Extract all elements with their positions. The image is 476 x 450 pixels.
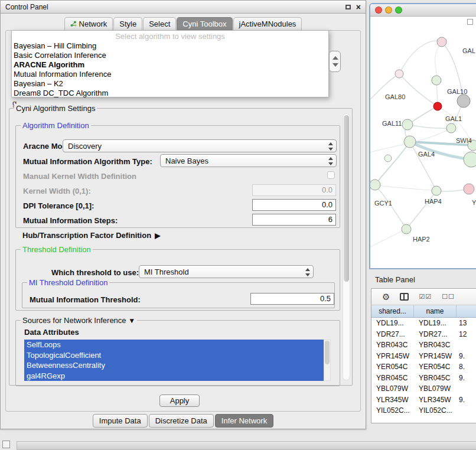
network-edge xyxy=(370,229,406,247)
bottom-left-panel-icon[interactable] xyxy=(2,441,10,448)
network-node[interactable] xyxy=(433,102,442,110)
algorithm-option-bayesian-k2[interactable]: Bayesian – K2 xyxy=(12,79,328,89)
float-window-icon[interactable] xyxy=(345,5,351,9)
network-window-titlebar xyxy=(370,4,476,17)
expand-right-icon: ▶ xyxy=(155,231,160,240)
tab-cyni-toolbox[interactable]: Cyni Toolbox xyxy=(177,17,232,31)
dpi-tolerance-field[interactable]: 0.0 xyxy=(252,199,336,211)
data-attribute-item[interactable]: SelfLoops xyxy=(24,340,324,350)
mi-threshold-field[interactable]: 0.5 xyxy=(250,293,334,305)
which-threshold-value: MI Threshold xyxy=(144,268,189,276)
tab-label: Style xyxy=(119,19,136,28)
network-node[interactable] xyxy=(464,184,474,194)
tab-network[interactable]: Network xyxy=(64,17,113,31)
settings-scrollbar[interactable] xyxy=(343,113,350,380)
mi-steps-field[interactable]: 6 xyxy=(252,214,336,226)
table-row[interactable]: YDR27...YDR27...12 xyxy=(371,329,476,340)
apply-button[interactable]: Apply xyxy=(159,394,200,407)
network-node[interactable] xyxy=(402,119,413,130)
node-label: GAL1 xyxy=(445,115,462,122)
node-label: SWI4 xyxy=(456,137,472,144)
collapse-down-icon: ▼ xyxy=(128,317,135,325)
mi-type-value: Naive Bayes xyxy=(165,156,208,165)
network-node[interactable] xyxy=(404,136,416,148)
minimize-traffic-light[interactable] xyxy=(385,6,392,14)
table-row[interactable]: YIL052C...YIL052C... xyxy=(371,405,476,416)
manual-kernel-label: Manual Kernel Width Definition xyxy=(23,172,136,181)
mi-type-combo[interactable]: Naive Bayes xyxy=(160,154,337,167)
data-attribute-item[interactable]: gal4RGexp xyxy=(24,371,324,381)
network-node[interactable] xyxy=(402,224,411,234)
network-node[interactable] xyxy=(395,70,403,78)
table-cell: 9. xyxy=(457,352,476,360)
algorithm-option-basic-correlation-inference[interactable]: Basic Correlation Inference xyxy=(12,51,328,60)
algorithm-option-mutual-information-inference[interactable]: Mutual Information Inference xyxy=(12,70,328,79)
network-node[interactable] xyxy=(464,152,476,167)
network-node[interactable] xyxy=(432,186,441,195)
window-title: Control Panel xyxy=(5,3,345,11)
table-row[interactable]: YER054CYER054C8. xyxy=(371,361,476,373)
tab-style[interactable]: Style xyxy=(113,17,142,31)
column-header[interactable]: shared... xyxy=(371,305,414,317)
tab-select[interactable]: Select xyxy=(143,17,176,31)
hub-factor-expander[interactable]: Hub/Transcription Factor Definition ▶ xyxy=(22,231,160,240)
table-row[interactable]: YBR043CYBR043C xyxy=(371,340,476,351)
table-row[interactable]: YBR045CYBR045C9. xyxy=(371,373,476,384)
network-node[interactable] xyxy=(446,123,456,133)
sources-group-title[interactable]: Sources for Network Inference ▼ xyxy=(21,316,137,325)
data-attribute-item[interactable]: BetweennessCentrality xyxy=(24,360,324,371)
cyni-algorithm-settings-group: Cyni Algorithm Settings Algorithm Defini… xyxy=(9,108,353,386)
combo-arrows-icon xyxy=(305,268,310,276)
which-threshold-combo[interactable]: MI Threshold xyxy=(139,265,314,278)
column-header[interactable] xyxy=(457,305,476,317)
algorithm-option-aracne-algorithm[interactable]: ARACNE Algorithm xyxy=(12,60,328,70)
scrollbar-thumb[interactable] xyxy=(344,115,349,282)
algorithm-option-bayesian-hill-climbing[interactable]: Bayesian – Hill Climbing xyxy=(12,41,328,51)
table-cell: 12 xyxy=(457,330,476,338)
network-node[interactable] xyxy=(432,76,441,85)
table-cell: YIL052C... xyxy=(371,406,414,415)
bottom-tab-infer-network[interactable]: Infer Network xyxy=(215,414,273,428)
data-attribute-item[interactable]: TopologicalCoefficient xyxy=(24,350,324,361)
bottom-tab-impute-data[interactable]: Impute Data xyxy=(93,414,148,428)
combo-arrows-icon xyxy=(328,157,333,165)
network-node[interactable] xyxy=(437,37,446,47)
node-label: GAL xyxy=(462,47,475,54)
threshold-definition-group: Threshold Definition Which threshold to … xyxy=(15,249,340,311)
table-cell: YER054C xyxy=(414,363,457,371)
table-row[interactable]: YBL079WYBL079W xyxy=(371,383,476,394)
table-cell: YLR345W xyxy=(414,396,457,404)
deselect-all-checkboxes-icon[interactable]: ☐☐ xyxy=(442,293,455,301)
aracne-mode-combo[interactable]: Discovery xyxy=(63,139,337,152)
network-node[interactable] xyxy=(457,94,470,107)
occluded-spinner[interactable] xyxy=(329,51,341,72)
birdseye-toggle[interactable] xyxy=(467,19,473,25)
mi-steps-label: Mutual Information Steps: xyxy=(23,216,118,225)
column-header[interactable]: name xyxy=(414,305,457,317)
table-cell: YLR345W xyxy=(371,396,414,404)
table-row[interactable]: YDL19...YDL19...13 xyxy=(371,318,476,329)
sources-group: Sources for Network Inference ▼ Data Att… xyxy=(15,320,340,386)
table-row[interactable]: YLR345WYLR345W9. xyxy=(371,394,476,406)
table-row[interactable]: YPR145WYPR145W9. xyxy=(371,351,476,362)
columns-icon[interactable] xyxy=(400,293,409,301)
scrollbar-thumb[interactable] xyxy=(325,341,330,364)
network-edge xyxy=(435,42,442,80)
network-node[interactable] xyxy=(370,180,380,190)
network-node[interactable] xyxy=(384,155,392,162)
gear-icon[interactable]: ⚙ xyxy=(382,292,390,301)
attributes-list-scrollbar[interactable] xyxy=(324,340,331,381)
network-canvas[interactable]: GAL80GAL10GALGAL11GAL1SWI4GAL4GCY1HAP4YH… xyxy=(370,17,476,268)
bottom-tab-discretize-data[interactable]: Discretize Data xyxy=(149,414,214,428)
tab-jactivemnodules[interactable]: jActiveMNodules xyxy=(233,17,302,31)
close-traffic-light[interactable] xyxy=(375,6,382,14)
tab-label: Select xyxy=(149,19,170,28)
table-cell: YER054C xyxy=(371,363,414,371)
table-cell: YDR27... xyxy=(371,330,414,338)
algorithm-option-dream8-dc-tdc-algorithm[interactable]: Dream8 DC_TDC Algorithm xyxy=(12,89,328,98)
node-label: HAP2 xyxy=(413,236,430,243)
zoom-traffic-light[interactable] xyxy=(395,6,402,14)
select-all-checkboxes-icon[interactable]: ☑☑ xyxy=(419,293,432,301)
mi-threshold-group-title: MI Threshold Definition xyxy=(27,278,109,287)
close-icon[interactable]: × xyxy=(356,4,361,10)
